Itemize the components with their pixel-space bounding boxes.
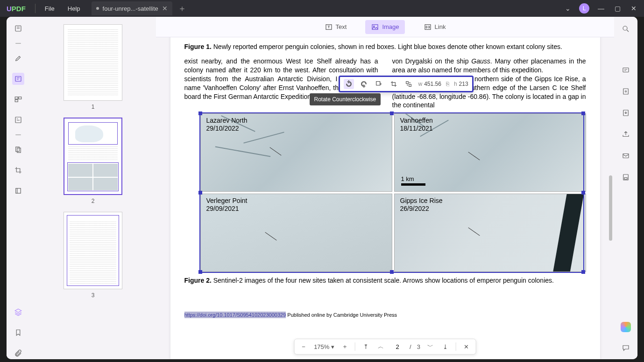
first-page-button[interactable]: ⤒: [361, 342, 370, 351]
page-total: 3: [417, 343, 420, 350]
redact-icon[interactable]: [12, 144, 24, 156]
thumbnail-page-2[interactable]: 2: [30, 118, 156, 204]
last-page-button[interactable]: ⤓: [441, 342, 450, 351]
tab-title: four-unrep...-satellite: [103, 5, 158, 12]
svg-rect-15: [409, 84, 411, 87]
next-page-button[interactable]: ﹀: [426, 342, 435, 351]
document-tab[interactable]: four-unrep...-satellite ✕: [92, 1, 172, 15]
window-close-button[interactable]: ✕: [629, 3, 638, 14]
edit-mode-icon[interactable]: [12, 73, 24, 85]
selected-image[interactable]: Lazarev North29/10/2022 Vanhoeffen18/11/…: [184, 113, 586, 272]
right-toolbar: [614, 17, 637, 359]
height-display: h213: [454, 81, 468, 87]
edit-image-button[interactable]: Image: [365, 20, 404, 34]
doi-link[interactable]: https://doi.org/10.1017/S095410202300032…: [184, 312, 286, 318]
menu-file[interactable]: File: [38, 5, 61, 12]
thumbnail-panel: 1 2 3: [30, 17, 156, 359]
edit-link-button[interactable]: Link: [418, 20, 452, 34]
edit-toolbar: Text Image Link: [156, 17, 614, 37]
page-number-input[interactable]: [391, 343, 404, 350]
user-avatar[interactable]: L: [579, 3, 589, 14]
svg-rect-6: [16, 147, 20, 152]
svg-point-16: [623, 26, 627, 30]
protect-icon[interactable]: [620, 86, 631, 97]
layers-icon[interactable]: [12, 306, 24, 318]
svg-rect-18: [623, 89, 629, 94]
svg-rect-23: [624, 178, 627, 180]
window-maximize-button[interactable]: ▢: [613, 3, 623, 14]
chevron-down-icon[interactable]: ⌄: [563, 3, 573, 14]
export-icon[interactable]: [620, 107, 631, 118]
zoom-percent[interactable]: 175% ▾: [314, 343, 334, 350]
email-icon[interactable]: [620, 150, 631, 161]
svg-rect-10: [372, 24, 378, 29]
scrollbar-thumb[interactable]: [609, 175, 612, 241]
figure-1-caption: Figure 1. Newly reported emperor penguin…: [184, 43, 586, 50]
satellite-image-gipps: Gipps Ice Rise26/9/2022: [394, 194, 586, 272]
share-icon[interactable]: [620, 129, 631, 140]
svg-rect-1: [15, 77, 21, 82]
satellite-image-lazarev: Lazarev North29/10/2022: [200, 113, 392, 192]
svg-rect-13: [376, 82, 380, 85]
tab-close-icon[interactable]: ✕: [162, 5, 168, 12]
svg-rect-7: [17, 148, 21, 153]
svg-rect-5: [15, 117, 21, 123]
replace-image-button[interactable]: [403, 79, 414, 89]
rotate-cw-button[interactable]: [359, 79, 369, 89]
close-zoombar-button[interactable]: ✕: [462, 342, 471, 351]
print-icon[interactable]: [620, 172, 631, 183]
svg-rect-2: [15, 97, 18, 99]
doi-line: https://doi.org/10.1017/S095410202300032…: [184, 312, 586, 318]
zoom-out-button[interactable]: −: [299, 342, 308, 351]
organize-icon[interactable]: [12, 93, 24, 105]
svg-rect-17: [623, 68, 629, 72]
crop-icon[interactable]: [12, 164, 24, 176]
thumbnail-page-3[interactable]: 3: [30, 212, 156, 299]
satellite-image-verleger: Verleger Point29/09/2021: [200, 194, 392, 272]
svg-rect-14: [406, 82, 408, 84]
main-view: Text Image Link Figure 1. Newly reported…: [156, 17, 614, 359]
left-toolbar: [7, 17, 30, 359]
svg-point-19: [625, 91, 627, 92]
bookmark-icon[interactable]: [12, 327, 24, 339]
image-edit-toolbar: w451.56 ⎘ h213: [339, 76, 474, 92]
menu-help[interactable]: Help: [61, 5, 87, 12]
svg-rect-8: [16, 188, 21, 194]
ai-assistant-icon[interactable]: [621, 322, 631, 332]
prev-page-button[interactable]: ︿: [376, 342, 385, 351]
annotate-icon[interactable]: [12, 52, 24, 64]
figure-2-caption: Figure 2. Sentinel-2 images of the four …: [184, 277, 586, 284]
ocr-icon[interactable]: [620, 64, 631, 76]
app-logo: UPDF: [0, 5, 32, 13]
width-display: w451.56: [418, 81, 441, 87]
window-minimize-button[interactable]: —: [596, 3, 606, 14]
attachment-icon[interactable]: [12, 347, 24, 359]
thumbnail-page-1[interactable]: 1: [30, 24, 156, 110]
tab-dirty-dot: [96, 7, 99, 10]
svg-rect-21: [623, 154, 629, 158]
form-icon[interactable]: [12, 114, 24, 126]
titlebar: UPDF File Help four-unrep...-satellite ✕…: [0, 0, 644, 17]
zoom-bar: − 175% ▾ ＋ ⤒ ︿ / 3 ﹀ ⤓ ✕: [294, 339, 476, 355]
rotate-ccw-button[interactable]: [344, 79, 354, 89]
extract-image-button[interactable]: [374, 79, 384, 89]
crop-image-button[interactable]: [389, 79, 399, 89]
svg-rect-3: [19, 97, 21, 99]
search-icon[interactable]: [620, 23, 631, 35]
comment-icon[interactable]: [620, 342, 631, 354]
edit-text-button[interactable]: Text: [319, 20, 353, 34]
new-tab-button[interactable]: ＋: [178, 3, 186, 14]
lock-ratio-icon[interactable]: ⎘: [446, 81, 449, 87]
satellite-image-vanhoeffen: Vanhoeffen18/11/2021 1 km: [394, 113, 586, 192]
reader-mode-icon[interactable]: [12, 22, 24, 35]
zoom-in-button[interactable]: ＋: [340, 342, 349, 351]
compress-icon[interactable]: [12, 185, 24, 197]
svg-rect-4: [15, 100, 18, 102]
tooltip: Rotate Counterclockwise: [310, 93, 381, 105]
